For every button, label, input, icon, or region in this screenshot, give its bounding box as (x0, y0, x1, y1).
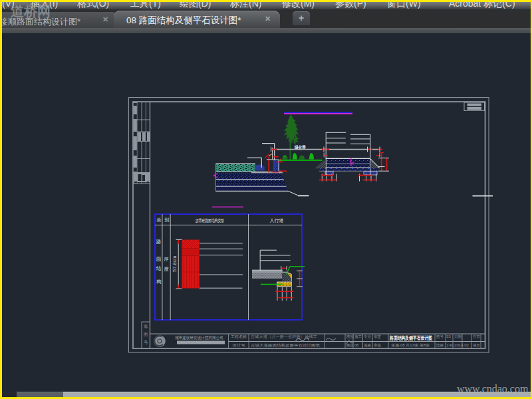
svg-text:图: 图 (144, 332, 148, 336)
svg-text:S3: S3 (446, 334, 451, 338)
svg-text:构: 构 (156, 279, 162, 285)
svg-text:图次: 图次 (346, 343, 354, 348)
svg-text:古城大道路面结构及侧平石设计图纸: 古城大道路面结构及侧平石设计图纸 (251, 343, 321, 348)
svg-text:2014.02: 2014.02 (454, 343, 469, 347)
svg-text:第页: 第页 (473, 343, 481, 347)
svg-text:人行道: 人行道 (270, 218, 284, 223)
svg-text:比例: 比例 (436, 343, 444, 348)
svg-text:审核: 审核 (374, 343, 382, 347)
svg-text:工程名称: 工程名称 (231, 334, 247, 339)
svg-text:类: 类 (157, 217, 162, 222)
svg-text:共页: 共页 (472, 334, 481, 338)
svg-text:别: 别 (164, 217, 169, 223)
svg-text:号: 号 (144, 340, 148, 344)
svg-text:审定: 审定 (374, 334, 382, 339)
svg-text:设计号: 设计号 (232, 343, 246, 347)
svg-text:日期: 日期 (454, 334, 462, 339)
svg-text:图号: 图号 (436, 334, 444, 339)
svg-text:施工: 施工 (354, 334, 362, 338)
svg-text:图别: 图别 (346, 334, 354, 339)
svg-text:底: 底 (144, 324, 148, 329)
svg-text:城市建设研究设计院有限公司: 城市建设研究设计院有限公司 (175, 335, 223, 340)
svg-text:57.8cm: 57.8cm (172, 255, 178, 272)
svg-text:道施-08 共13张 第8张: 道施-08 共13张 第8张 (391, 343, 430, 348)
svg-text:道路: 道路 (364, 343, 372, 347)
svg-text:1:40: 1:40 (446, 343, 454, 347)
svg-text:面: 面 (156, 256, 162, 262)
svg-text:结: 结 (156, 265, 162, 271)
svg-text:沥青砼路面结构类型: 沥青砼路面结构类型 (195, 218, 224, 223)
svg-text:路面结构及侧平石设计图: 路面结构及侧平石设计图 (389, 335, 432, 341)
svg-text:厚: 厚 (164, 257, 169, 261)
svg-text:08: 08 (354, 343, 358, 347)
svg-text:路: 路 (156, 239, 162, 245)
svg-text:专业: 专业 (364, 334, 372, 338)
svg-text:度: 度 (164, 267, 169, 272)
